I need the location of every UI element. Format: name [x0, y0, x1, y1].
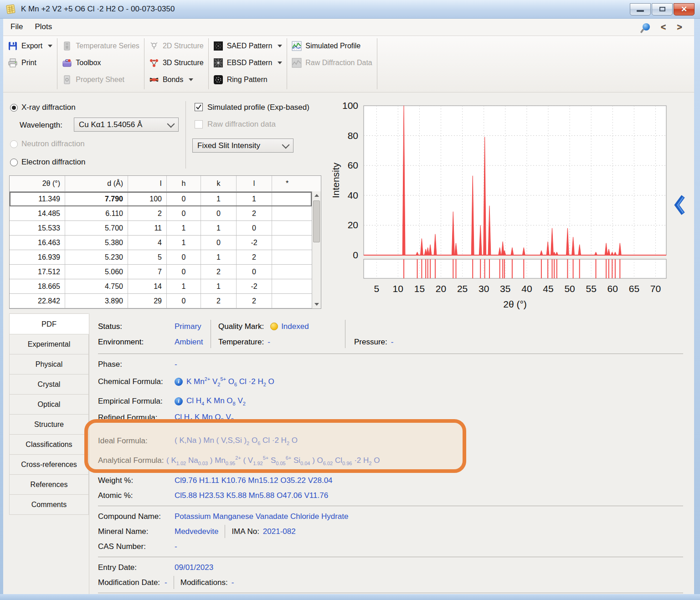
- separator: [98, 557, 683, 557]
- peak-table-header: 2θ (°)d (Å)Ihkl*: [10, 176, 321, 192]
- chemical-formula-row: Chemical Formula: i K Mn2+ V25+ O6 Cl ·2…: [98, 372, 691, 391]
- neutron-diffraction-radio[interactable]: [10, 140, 18, 148]
- pin-icon[interactable]: [643, 23, 650, 31]
- tab-classifications[interactable]: Classifications: [9, 435, 89, 455]
- table-cell: 0: [237, 265, 272, 279]
- quality-mark-dot: [270, 323, 278, 330]
- chemical-formula-value: K Mn2+ V25+ O6 Cl ·2 H2 O: [186, 376, 274, 387]
- table-row[interactable]: 16.4635.380410-2: [10, 236, 312, 250]
- column-header[interactable]: l: [237, 176, 272, 191]
- print-button[interactable]: Print: [8, 56, 52, 70]
- column-header[interactable]: h: [167, 176, 201, 191]
- column-header[interactable]: *: [272, 176, 302, 191]
- temperature-series-button[interactable]: Temperature Series: [62, 39, 139, 53]
- 3d-structure-icon: [149, 58, 159, 68]
- tab-comments[interactable]: Comments: [9, 495, 89, 515]
- compound-name-label: Compound Name:: [98, 512, 175, 521]
- tab-experimental[interactable]: Experimental: [9, 334, 89, 354]
- wavelength-select[interactable]: Cu Kα1 1.54056 Å: [74, 118, 179, 132]
- raw-diffraction-data-button[interactable]: Raw Diffraction Data: [292, 56, 372, 70]
- controls-separator: [185, 101, 186, 169]
- column-header[interactable]: k: [201, 176, 237, 191]
- column-header[interactable]: d (Å): [65, 176, 128, 191]
- collapse-panel-chevron[interactable]: [673, 194, 687, 217]
- tab-optical[interactable]: Optical: [9, 395, 89, 415]
- pdf-card-icon: [5, 4, 16, 15]
- tab-structure[interactable]: Structure: [9, 415, 89, 435]
- printer-icon: [8, 58, 18, 68]
- table-row[interactable]: 14.4856.1102002: [10, 206, 312, 221]
- table-cell: 2: [201, 265, 237, 279]
- table-scrollbar[interactable]: [312, 191, 321, 308]
- table-row[interactable]: 15.5335.70011110: [10, 221, 312, 236]
- toolbox-button[interactable]: Toolbox: [62, 56, 139, 70]
- title-bar[interactable]: K Mn +2 V2 +5 O6 Cl ·2 H2 O - 00-073-035…: [0, 0, 700, 19]
- table-row[interactable]: 17.5125.0607020: [10, 265, 312, 279]
- 2d-structure-icon: [149, 41, 159, 51]
- info-icon[interactable]: i: [175, 397, 183, 405]
- caret-down-icon: [48, 45, 52, 47]
- svg-text:35: 35: [500, 283, 510, 294]
- tab-pdf[interactable]: PDF: [9, 313, 89, 334]
- table-row[interactable]: 11.3497.790100011: [10, 192, 312, 206]
- menu-plots[interactable]: Plots: [35, 22, 52, 31]
- property-sheet-button[interactable]: Property Sheet: [62, 73, 139, 87]
- export-button[interactable]: Export: [8, 39, 52, 53]
- electron-diffraction-radio[interactable]: [10, 159, 18, 166]
- column-header[interactable]: 2θ (°): [10, 176, 65, 191]
- scroll-down-button[interactable]: [312, 300, 321, 308]
- table-cell: 0: [201, 236, 237, 250]
- maximize-button[interactable]: [652, 3, 673, 15]
- diffraction-chart[interactable]: 020406080100Intensity5101520253035404550…: [327, 99, 674, 312]
- bonds-icon: [149, 75, 159, 85]
- mineral-name-value: Medvedevite: [175, 527, 218, 536]
- table-row[interactable]: 22.8423.89029022: [10, 294, 312, 308]
- menu-file[interactable]: File: [10, 22, 23, 31]
- scrollbar-track[interactable]: [312, 243, 321, 300]
- bonds-button[interactable]: Bonds: [149, 73, 204, 87]
- table-row[interactable]: 16.9395.2305012: [10, 250, 312, 265]
- weight-percent-label: Weight %:: [98, 476, 175, 485]
- saed-pattern-button[interactable]: SAED Pattern: [213, 39, 283, 53]
- table-cell: 14.485: [10, 206, 65, 221]
- nav-back-arrow[interactable]: <: [661, 22, 666, 32]
- table-cell: 7.790: [65, 192, 128, 206]
- svg-text:5: 5: [374, 283, 379, 294]
- column-header[interactable]: I: [128, 176, 167, 191]
- tab-cross-references[interactable]: Cross-references: [9, 455, 89, 475]
- scroll-up-button[interactable]: [312, 191, 321, 200]
- ring-pattern-button[interactable]: Ring Pattern: [213, 73, 283, 87]
- simulated-profile-checkbox[interactable]: [195, 103, 203, 111]
- raw-diffraction-data-icon: [292, 58, 302, 68]
- diffraction-pattern-plot[interactable]: 020406080100Intensity5101520253035404550…: [327, 99, 674, 310]
- arrow-up-icon: [314, 194, 319, 197]
- caret-down-icon: [278, 62, 282, 64]
- tab-crystal[interactable]: Crystal: [9, 374, 89, 395]
- xray-diffraction-radio[interactable]: [10, 104, 18, 112]
- minimize-button[interactable]: [630, 3, 651, 15]
- temperature-series-icon: [62, 41, 72, 51]
- nav-forward-arrow[interactable]: >: [677, 22, 682, 32]
- window-frame: [694, 18, 700, 600]
- close-button[interactable]: ✕: [674, 3, 695, 15]
- quality-mark-label: Quality Mark:: [218, 322, 264, 331]
- 3d-structure-button[interactable]: 3D Structure: [149, 56, 204, 70]
- 2d-structure-button[interactable]: 2D Structure: [149, 39, 204, 53]
- table-cell: 4: [128, 236, 167, 250]
- table-cell: 1: [167, 221, 201, 235]
- info-icon[interactable]: i: [175, 378, 183, 386]
- table-cell: [272, 265, 302, 279]
- separator: [98, 506, 683, 506]
- raw-diffraction-checkbox[interactable]: [195, 120, 203, 128]
- table-row[interactable]: 18.6654.7501411-2: [10, 279, 312, 294]
- window-frame: [0, 594, 700, 600]
- application-window: K Mn +2 V2 +5 O6 Cl ·2 H2 O - 00-073-035…: [0, 0, 700, 600]
- table-cell: 1: [201, 250, 237, 264]
- temperature-label: Temperature:: [218, 338, 264, 347]
- tab-references[interactable]: References: [9, 475, 89, 495]
- scrollbar-thumb[interactable]: [313, 200, 320, 242]
- ebsd-pattern-button[interactable]: EBSD Pattern: [213, 56, 283, 70]
- tab-physical[interactable]: Physical: [9, 354, 89, 374]
- slit-intensity-select[interactable]: Fixed Slit Intensity: [192, 138, 293, 153]
- simulated-profile-button[interactable]: Simulated Profile: [292, 39, 372, 53]
